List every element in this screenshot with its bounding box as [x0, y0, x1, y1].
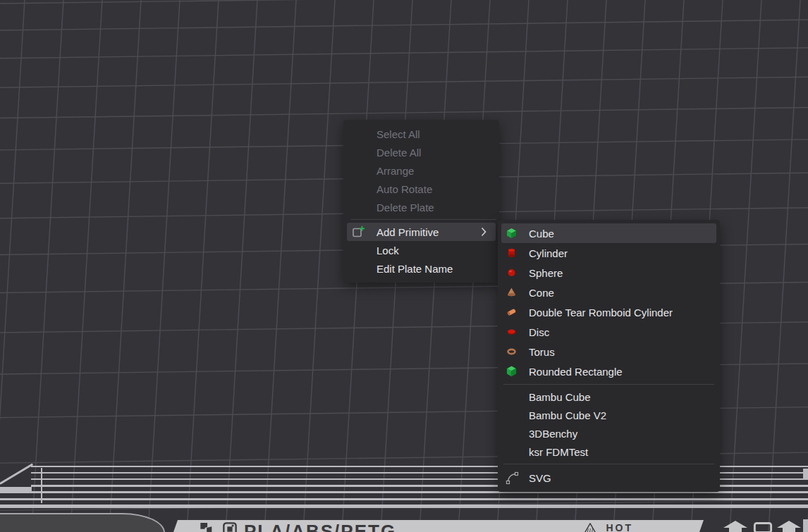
sphere-icon [506, 267, 518, 279]
hot-warning: HOT [583, 520, 633, 532]
menu-separator [350, 219, 496, 220]
add-primitive-icon [351, 225, 365, 239]
plate-alignment-rect-icon [750, 522, 776, 532]
bambu-logo-icon [200, 522, 216, 532]
submenu-item-rounded-rectangle[interactable]: Rounded Rectangle [498, 361, 720, 381]
torus-icon [506, 346, 518, 358]
plate-material-label: PLA/ABS/PETG [244, 522, 396, 532]
romboid-cylinder-icon [506, 307, 518, 318]
cone-icon [506, 287, 518, 299]
rounded-rectangle-icon [506, 366, 518, 378]
build-plate-corner-tab [0, 513, 165, 532]
menu-item-add-primitive[interactable]: Add Primitive [347, 223, 496, 241]
submenu-item-disc[interactable]: Disc [498, 322, 720, 342]
cylinder-icon [506, 247, 518, 259]
submenu-item-cone[interactable]: Cone [498, 283, 720, 302]
submenu-item-double-tear-romboid-cylinder[interactable]: Double Tear Romboid Cylinder [498, 302, 720, 322]
cube-icon [506, 228, 518, 240]
submenu-item-svg[interactable]: SVG [498, 467, 720, 488]
submenu-item-3dbenchy[interactable]: 3DBenchy [498, 424, 720, 443]
submenu-item-torus[interactable]: Torus [498, 342, 720, 361]
hot-warning-icon [583, 522, 597, 532]
plate-arrow-up-icon [723, 521, 747, 532]
submenu-separator [503, 464, 714, 464]
submenu-separator [503, 384, 714, 385]
menu-item-delete-all: Delete All [343, 143, 499, 161]
menu-item-select-all: Select All [343, 125, 499, 143]
plate-arrow-up-icon [777, 521, 801, 532]
submenu-item-sphere[interactable]: Sphere [498, 263, 720, 283]
viewport-3d[interactable]: PLA/ABS/PETG HOT Select All Delete All A… [0, 0, 808, 532]
disc-icon [506, 326, 518, 338]
context-menu: Select All Delete All Arrange Auto Rotat… [343, 120, 499, 283]
submenu-item-cylinder[interactable]: Cylinder [498, 243, 720, 263]
chevron-right-icon [481, 227, 486, 237]
menu-item-edit-plate-name[interactable]: Edit Plate Name [343, 259, 499, 278]
qr-code-icon [223, 522, 237, 532]
add-primitive-submenu: Cube Cylinder Sphere Cone [498, 220, 720, 492]
hot-label: HOT [606, 522, 633, 532]
menu-item-delete-plate: Delete Plate [343, 198, 499, 216]
menu-item-auto-rotate: Auto Rotate [343, 180, 499, 198]
build-plate-label-strip: PLA/ABS/PETG HOT [173, 520, 704, 532]
svg-bezier-icon [506, 471, 519, 485]
menu-item-arrange: Arrange [343, 161, 499, 180]
menu-item-lock[interactable]: Lock [343, 241, 499, 259]
submenu-item-bambu-cube[interactable]: Bambu Cube [498, 388, 720, 406]
submenu-item-bambu-cube-v2[interactable]: Bambu Cube V2 [498, 406, 720, 424]
submenu-item-ksr-fdmtest[interactable]: ksr FDMTest [498, 443, 720, 461]
submenu-item-cube[interactable]: Cube [501, 223, 716, 243]
